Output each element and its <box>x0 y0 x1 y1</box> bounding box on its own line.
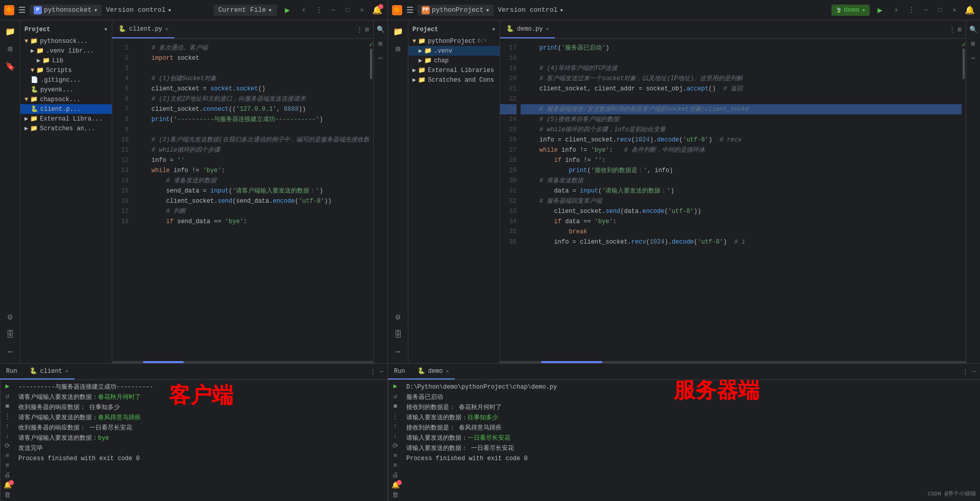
left-run-tab-close[interactable]: ✕ <box>65 368 68 374</box>
right-notification-button[interactable]: 🔔 <box>964 4 976 16</box>
right-tree-item-venv[interactable]: ▶ 📁 .venv <box>408 46 500 56</box>
tree-item-scratches[interactable]: ▶ 📁 Scratches an... <box>20 124 112 133</box>
right-run-tab-demo[interactable]: 🐍 demo ✕ <box>411 364 455 379</box>
tree-item-venv[interactable]: ▶ 📁 .venv libr... <box>20 46 112 56</box>
right-close-button[interactable]: ✕ <box>949 5 960 15</box>
right-menu-icon[interactable]: ☰ <box>406 5 413 15</box>
right-structure-icon[interactable]: ⊞ <box>391 42 405 56</box>
right-run-down-btn[interactable]: ↓ <box>390 432 401 440</box>
right-run-rerun-btn[interactable]: ↺ <box>390 392 401 400</box>
left-db-icon[interactable]: 🗄 <box>3 327 17 342</box>
tree-item-clientpy[interactable]: 🐍 client.p... <box>20 104 112 114</box>
right-run-content[interactable]: D:\Python\demo\pythonProject\chap\demo.p… <box>402 380 980 501</box>
tree-item-pythonsocket[interactable]: ▼ 📁 pythonsock... <box>20 36 112 46</box>
left-er-icon-3[interactable]: ⋯ <box>376 53 386 63</box>
left-run-down-btn[interactable]: ↓ <box>3 432 13 440</box>
left-vc-section[interactable]: Version control ▾ <box>106 6 172 14</box>
right-more-button[interactable]: ⋮ <box>906 5 917 15</box>
left-tab-more[interactable]: ⋮ <box>356 26 363 34</box>
right-tab-close[interactable]: ✕ <box>546 26 549 32</box>
left-menu-icon[interactable]: ☰ <box>18 5 26 15</box>
right-code-content[interactable]: print('服务器已启动') # (4)等待客户端的TCP连接 # 客户端发送… <box>521 39 962 361</box>
left-project-icon[interactable]: 📁 <box>3 25 17 39</box>
tree-item-pyvenv[interactable]: 🐍 pyvenk... <box>20 85 112 94</box>
left-rt-close[interactable]: — <box>379 368 383 375</box>
left-git-icon[interactable]: ⚙ <box>3 310 17 324</box>
left-er-icon-1[interactable]: 🔍 <box>376 25 386 35</box>
left-client-tab[interactable]: 🐍 client.py ✕ <box>112 20 175 38</box>
right-scrollbar[interactable]: ✓ <box>962 39 966 361</box>
right-more-tools-icon[interactable]: ⋯ <box>391 345 405 359</box>
left-more-tools-icon[interactable]: ⋯ <box>3 345 17 359</box>
left-run-tab-client[interactable]: 🐍 client ✕ <box>23 364 75 379</box>
left-tab-split[interactable]: ⊞ <box>365 26 369 34</box>
left-more-button[interactable]: ⋮ <box>314 5 324 15</box>
right-tab-split[interactable]: ⊞ <box>958 26 962 34</box>
right-run-print-btn[interactable]: 🖨 <box>390 471 401 479</box>
right-git-icon[interactable]: ⚙ <box>391 310 405 324</box>
left-run-play-btn[interactable]: ▶ <box>3 382 13 390</box>
tree-item-external-libs[interactable]: ▶ 📁 External Libra... <box>20 114 112 124</box>
right-rt-close[interactable]: — <box>972 368 976 375</box>
right-run-tab-close[interactable]: ✕ <box>446 368 449 374</box>
left-minimize-button[interactable]: — <box>328 5 338 15</box>
left-build-button[interactable]: ⚡ <box>298 4 310 16</box>
right-build-button[interactable]: ⚡ <box>890 4 902 16</box>
right-project-icon[interactable]: 📁 <box>391 25 405 39</box>
right-tab-more[interactable]: ⋮ <box>949 26 955 34</box>
tree-item-chapsocket[interactable]: ▼ 📁 chapsock... <box>20 94 112 104</box>
left-bookmark-icon[interactable]: 🔖 <box>3 59 17 74</box>
left-code-content[interactable]: # 多次通信。客户端 import socket # (1)创建Socket对象… <box>133 39 369 361</box>
right-er-icon-2[interactable]: ⊞ <box>968 39 978 49</box>
right-run-button[interactable]: ▶ <box>874 4 886 16</box>
right-db-icon[interactable]: 🗄 <box>391 327 405 342</box>
left-rt-more[interactable]: ⋮ <box>370 368 376 376</box>
left-tab-close[interactable]: ✕ <box>165 26 168 32</box>
right-run-play-btn[interactable]: ▶ <box>390 382 401 390</box>
right-run-more-btn[interactable]: ⋮ <box>390 412 401 420</box>
right-run-trash-btn[interactable]: 🗑 <box>390 491 401 499</box>
right-maximize-button[interactable]: □ <box>935 5 945 15</box>
right-er-icon-1[interactable]: 🔍 <box>968 25 978 35</box>
left-scrollbar[interactable]: ✓ <box>369 39 373 361</box>
right-minimize-button[interactable]: — <box>921 5 931 15</box>
left-run-content[interactable]: ----------与服务器连接建立成功---------- 请客户端输入要发送… <box>14 380 387 501</box>
tree-item-gitignore[interactable]: 📄 .gitignc... <box>20 75 112 85</box>
right-run-filter2-btn[interactable]: ≡ <box>390 462 401 469</box>
left-run-tab-run[interactable]: Run <box>0 364 23 379</box>
right-demo-tab[interactable]: 🐍 demo.py ✕ <box>500 20 555 38</box>
left-run-wrap-btn[interactable]: ⟳ <box>3 442 13 450</box>
right-run-stop-btn[interactable]: ■ <box>390 402 401 410</box>
left-structure-icon[interactable]: ⊞ <box>3 42 17 56</box>
left-maximize-button[interactable]: □ <box>342 5 353 15</box>
right-tree-item-scratches[interactable]: ▶ 📁 Scratches and Cons <box>408 75 500 85</box>
right-vc-section[interactable]: Version control ▾ <box>498 6 564 14</box>
right-run-tab-run[interactable]: Run <box>388 364 411 379</box>
right-rt-more[interactable]: ⋮ <box>962 368 969 376</box>
right-run-notif-btn[interactable]: 🔔 <box>390 481 401 489</box>
left-run-filter2-btn[interactable]: ≡ <box>3 462 13 469</box>
tree-item-lib[interactable]: ▶ 📁 Lib <box>20 56 112 65</box>
left-notification-button[interactable]: 🔔 <box>371 4 383 16</box>
left-close-button[interactable]: ✕ <box>357 5 367 15</box>
tree-item-scripts[interactable]: ▼ 📁 Scripts <box>20 65 112 75</box>
right-run-wrap-btn[interactable]: ⟳ <box>390 442 401 450</box>
left-run-button[interactable]: ▶ <box>281 4 293 16</box>
right-project-name[interactable]: PP pythonProject ▾ <box>418 5 494 16</box>
left-run-trash-btn[interactable]: 🗑 <box>3 491 13 499</box>
right-tree-item-external-libs[interactable]: ▶ 📁 External Libraries <box>408 65 500 75</box>
left-run-stop-btn[interactable]: ■ <box>3 402 13 410</box>
right-run-up-btn[interactable]: ↑ <box>390 422 401 430</box>
left-project-name[interactable]: P pythonsocket ▾ <box>30 5 102 16</box>
right-tree-item-chap[interactable]: ▶ 📁 chap <box>408 56 500 65</box>
left-er-icon-2[interactable]: ⊞ <box>376 39 386 49</box>
left-run-rerun-btn[interactable]: ↺ <box>3 392 13 400</box>
left-run-print-btn[interactable]: 🖨 <box>3 471 13 479</box>
left-run-more-btn[interactable]: ⋮ <box>3 412 13 420</box>
current-file-button[interactable]: Current File ▾ <box>213 5 277 16</box>
left-run-up-btn[interactable]: ↑ <box>3 422 13 430</box>
left-run-notif-btn[interactable]: 🔔 <box>3 481 13 489</box>
right-er-icon-3[interactable]: ⋯ <box>968 53 978 63</box>
right-demo-badge[interactable]: 🍃 demo ▾ <box>831 5 870 16</box>
right-tree-item-pythonproject[interactable]: ▼ 📁 pythonProject D:\ <box>408 36 500 46</box>
